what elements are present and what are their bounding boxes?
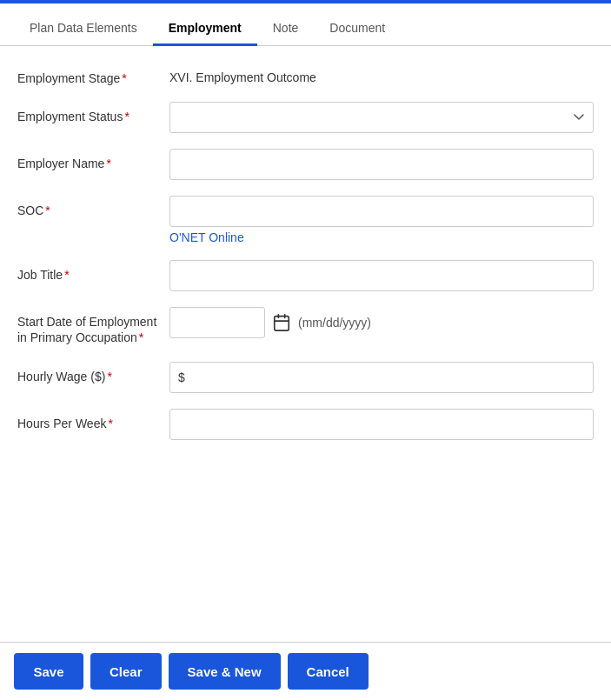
hourly-wage-row: Hourly Wage ($)* $ — [17, 362, 594, 393]
required-star-8: * — [108, 417, 112, 430]
job-title-input[interactable] — [169, 260, 594, 291]
required-star-3: * — [106, 157, 110, 170]
required-star-5: * — [64, 268, 69, 282]
required-star-2: * — [124, 110, 129, 123]
employment-stage-label: Employment Stage* — [17, 63, 169, 86]
employment-stage-value: XVI. Employment Outcome — [169, 63, 594, 84]
save-button[interactable]: Save — [14, 653, 83, 690]
employment-status-select[interactable] — [169, 102, 594, 133]
calendar-icon-button[interactable] — [272, 313, 291, 332]
hours-per-week-input[interactable] — [169, 409, 594, 440]
hours-per-week-label: Hours Per Week* — [17, 409, 169, 431]
required-star: * — [122, 71, 126, 85]
clear-button[interactable]: Clear — [90, 653, 162, 690]
employer-name-input[interactable] — [169, 149, 594, 180]
employment-stage-field: XVI. Employment Outcome — [169, 63, 594, 84]
soc-row: SOC* O'NET Online — [17, 196, 594, 244]
start-date-row: Start Date of Employment in Primary Occu… — [17, 307, 594, 345]
date-hint: (mm/dd/yyyy) — [298, 316, 371, 330]
date-row: (mm/dd/yyyy) — [169, 307, 594, 338]
svg-rect-0 — [275, 317, 289, 331]
save-new-button[interactable]: Save & New — [169, 653, 281, 690]
tab-plan-data[interactable]: Plan Data Elements — [14, 12, 153, 46]
start-date-field: (mm/dd/yyyy) — [169, 307, 594, 338]
start-date-input[interactable] — [169, 307, 265, 338]
required-star-4: * — [45, 203, 50, 217]
soc-label: SOC* — [17, 196, 169, 218]
soc-field: O'NET Online — [169, 196, 594, 244]
hours-per-week-field — [169, 409, 594, 440]
calendar-icon — [272, 313, 291, 332]
required-star-7: * — [107, 370, 111, 383]
form-content: Employment Stage* XVI. Employment Outcom… — [0, 46, 611, 543]
employer-name-field — [169, 149, 594, 180]
job-title-field — [169, 260, 594, 291]
tab-note[interactable]: Note — [257, 12, 315, 46]
hours-per-week-row: Hours Per Week* — [17, 409, 594, 440]
employment-status-row: Employment Status* — [17, 102, 594, 133]
hourly-wage-input[interactable] — [169, 362, 594, 393]
wage-prefix: $ — [178, 370, 185, 384]
required-star-6: * — [139, 330, 143, 344]
soc-input[interactable] — [169, 196, 594, 227]
employer-name-label: Employer Name* — [17, 149, 169, 171]
start-date-label: Start Date of Employment in Primary Occu… — [17, 307, 169, 345]
job-title-row: Job Title* — [17, 260, 594, 291]
tab-bar: Plan Data Elements Employment Note Docum… — [0, 3, 611, 46]
onet-link[interactable]: O'NET Online — [169, 230, 244, 244]
hourly-wage-label: Hourly Wage ($)* — [17, 362, 169, 384]
employment-stage-row: Employment Stage* XVI. Employment Outcom… — [17, 63, 594, 86]
tab-employment[interactable]: Employment — [153, 12, 257, 46]
employer-name-row: Employer Name* — [17, 149, 594, 180]
job-title-label: Job Title* — [17, 260, 169, 283]
wage-wrapper: $ — [169, 362, 594, 393]
tab-document[interactable]: Document — [314, 12, 401, 46]
footer: Save Clear Save & New Cancel — [0, 642, 611, 700]
employment-status-field — [169, 102, 594, 133]
cancel-button[interactable]: Cancel — [288, 653, 369, 690]
hourly-wage-field: $ — [169, 362, 594, 393]
employment-status-label: Employment Status* — [17, 102, 169, 124]
